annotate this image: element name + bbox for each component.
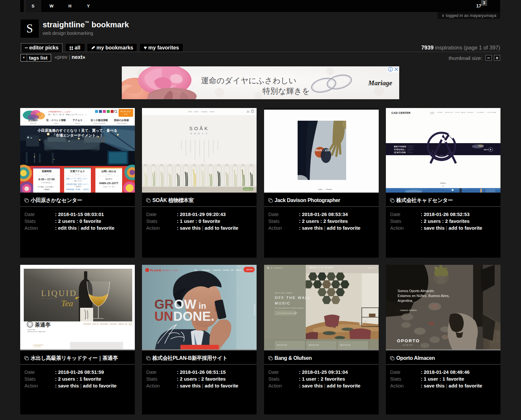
svg-text:Interview: Interview bbox=[213, 269, 221, 271]
svg-text:—: — bbox=[323, 188, 324, 190]
svg-text:Somos Oporto Almacén.: Somos Oporto Almacén. bbox=[398, 289, 435, 293]
svg-text:入場無料: 入場無料 bbox=[43, 188, 50, 191]
svg-text:電話番号: 電話番号 bbox=[105, 178, 113, 180]
svg-text:MENU: MENU bbox=[368, 267, 373, 269]
svg-text:MUSIC: MUSIC bbox=[275, 301, 290, 305]
svg-text:9:30～17:00: 9:30～17:00 bbox=[38, 178, 55, 181]
svg-text:西湘バイパス「早川インター」: 西湘バイパス「早川インター」 bbox=[66, 178, 89, 180]
svg-text:category: category bbox=[201, 111, 208, 113]
svg-text:CAD CENTER: CAD CENTER bbox=[391, 111, 411, 115]
svg-text:ABOUT US ↗: ABOUT US ↗ bbox=[119, 323, 129, 325]
svg-text:Shop Info: Shop Info bbox=[30, 123, 36, 124]
svg-text:home: home bbox=[188, 111, 192, 113]
svg-text:小田原漁港のすぐとなり！見て、買って、食べる: 小田原漁港のすぐとなり！見て、買って、食べる bbox=[37, 129, 118, 133]
svg-text:近くの観光情報: 近くの観光情報 bbox=[91, 119, 108, 122]
svg-text:Open: Open bbox=[45, 173, 48, 175]
svg-text:LIQUID TEA: LIQUID TEA bbox=[27, 329, 35, 331]
svg-text:CONOCÉ OPORTO: CONOCÉ OPORTO bbox=[400, 309, 417, 311]
svg-text:小田原厚木道路「荻窪インター」: 小田原厚木道路「荻窪インター」 bbox=[65, 183, 89, 185]
svg-text:WORKS: WORKS bbox=[437, 112, 443, 113]
svg-text:OFF THE WALL: OFF THE WALL bbox=[275, 296, 311, 300]
svg-text:Estamos en Núñez, Buenos Aires: Estamos en Núñez, Buenos Aires, bbox=[398, 294, 449, 298]
svg-text:リキッドティー: リキッドティー bbox=[41, 298, 56, 299]
svg-text:Link sound. Enjoy silence. Cel: Link sound. Enjoy silence. Celebrate ori… bbox=[275, 307, 303, 309]
svg-text:i: i bbox=[390, 68, 391, 71]
svg-text:JR東海道線「早川駅」→ 徒歩5分: JR東海道線「早川駅」→ 徒歩5分 bbox=[66, 188, 89, 191]
svg-text:お問い合わせ: お問い合わせ bbox=[101, 170, 116, 173]
svg-text:CONCEPT: CONCEPT bbox=[83, 323, 91, 325]
svg-text:contact: contact bbox=[209, 111, 215, 113]
svg-text:→ 約15分: → 約15分 bbox=[74, 185, 81, 187]
svg-text:LIQUID: LIQUID bbox=[41, 289, 77, 298]
svg-text:✉ CONTACT: ✉ CONTACT bbox=[476, 112, 485, 113]
svg-text:宅・イベント情報: 宅・イベント情報 bbox=[46, 119, 66, 122]
svg-text:SOÅK: SOÅK bbox=[189, 126, 209, 131]
svg-text:→ 降りてすぐ: → 降りてすぐ bbox=[72, 180, 83, 182]
svg-text:CONCEPT: CONCEPT bbox=[33, 344, 43, 346]
svg-text:営業時間: 営業時間 bbox=[42, 170, 52, 173]
svg-text:（一部店舗を除く）: （一部店舗を除く） bbox=[40, 182, 53, 184]
svg-text:SCROLL: SCROLL bbox=[440, 183, 446, 184]
svg-text:IZATION: IZATION bbox=[394, 151, 406, 154]
svg-text:(9:30～17：00): (9:30～17：00) bbox=[103, 186, 115, 188]
svg-text:団体のお客様: 団体のお客様 bbox=[114, 119, 129, 122]
svg-text:Contact: Contact bbox=[124, 114, 128, 115]
svg-text:Visitor Groups: Visitor Groups bbox=[117, 123, 126, 124]
svg-text:PLAN-B Recruit: PLAN-B Recruit bbox=[254, 304, 256, 316]
svg-text:Top: Top bbox=[194, 269, 197, 271]
svg-text:PARTNER: PARTNER bbox=[100, 323, 108, 325]
svg-text:Thumbs: Thumbs bbox=[326, 188, 332, 190]
svg-text:BEYOND: BEYOND bbox=[394, 145, 406, 148]
svg-text:|: | bbox=[113, 110, 113, 113]
svg-text:Contact: Contact bbox=[106, 173, 111, 175]
svg-text:茶通亭: 茶通亭 bbox=[35, 322, 50, 328]
svg-text:PRODUCED BY CHATSUTEI: PRODUCED BY CHATSUTEI bbox=[27, 331, 45, 332]
svg-text:年中無休（元旦を除く）: 年中無休（元旦を除く） bbox=[37, 186, 55, 188]
svg-text:BANG & OLUFSEN: BANG & OLUFSEN bbox=[309, 266, 333, 269]
svg-text:›: › bbox=[253, 269, 253, 271]
svg-text:HOME: HOME bbox=[430, 112, 434, 113]
svg-text:☰: ☰ bbox=[271, 267, 273, 269]
svg-text:ƒ FOLLOW ME: ƒ FOLLOW ME bbox=[487, 112, 496, 113]
svg-text:Message: Message bbox=[202, 269, 210, 271]
svg-text:OPORTO: OPORTO bbox=[397, 338, 420, 343]
svg-text:Tourist Information: Tourist Information bbox=[93, 123, 106, 124]
svg-text:新卒採用サイト 2019: 新卒採用サイト 2019 bbox=[162, 269, 178, 272]
svg-text:ABOUT: ABOUT bbox=[461, 112, 466, 113]
svg-text:UNDONE.: UNDONE. bbox=[154, 309, 214, 323]
svg-text:0465-23-1077: 0465-23-1077 bbox=[99, 181, 118, 185]
svg-text:Culture: Culture bbox=[223, 269, 229, 271]
svg-text:News: News bbox=[54, 123, 58, 124]
svg-text:LINE UP: LINE UP bbox=[92, 323, 99, 325]
svg-text:- ALMACÉN -: - ALMACÉN - bbox=[401, 344, 415, 346]
svg-text:about: about bbox=[194, 111, 199, 113]
svg-text:·: · bbox=[474, 112, 475, 113]
svg-text:Index: Index bbox=[318, 188, 322, 190]
svg-text:Access: Access bbox=[75, 123, 80, 124]
svg-text:PRODUCTS: PRODUCTS bbox=[445, 112, 453, 113]
svg-text:BEOPLAY A9: BEOPLAY A9 bbox=[277, 344, 287, 346]
svg-text:交通アクセス: 交通アクセス bbox=[70, 170, 85, 173]
svg-text:Access: Access bbox=[76, 173, 80, 175]
svg-text:小田原漁港直売がここにある！: 小田原漁港直売がここにある！ bbox=[48, 111, 72, 113]
svg-text:「市場エンターテイメント」！: 「市場エンターテイメント」！ bbox=[52, 133, 103, 137]
svg-text:お店紹介: お店紹介 bbox=[28, 119, 38, 122]
svg-text:↓: ↓ bbox=[398, 310, 398, 311]
svg-text:Tea: Tea bbox=[61, 299, 73, 308]
svg-text:特別な輝きを: 特別な輝きを bbox=[262, 87, 310, 95]
svg-text:TOPICS: TOPICS bbox=[455, 112, 460, 113]
svg-text:Career: Career bbox=[236, 269, 242, 271]
svg-text:BEOPLAY M5: BEOPLAY M5 bbox=[309, 344, 319, 346]
svg-text:BEOSOUND SHAPE: BEOSOUND SHAPE bbox=[275, 292, 293, 294]
svg-text:Work - 1/35: Work - 1/35 bbox=[315, 149, 330, 152]
svg-text:植 物 標 本 室: 植 物 標 本 室 bbox=[190, 132, 208, 135]
svg-text:PLAN-B: PLAN-B bbox=[150, 269, 161, 272]
svg-text:見て、買って、食べる「市場エンターテイメント」！: 見て、買って、食べる「市場エンターテイメント」！ bbox=[48, 114, 87, 116]
svg-text:運命のダイヤにふさわしい: 運命のダイヤにふさわしい bbox=[201, 76, 297, 85]
svg-text:PRODUCTS: PRODUCTS bbox=[274, 267, 283, 269]
svg-text:Job: Job bbox=[231, 269, 234, 271]
svg-text:☰: ☰ bbox=[374, 267, 375, 269]
svg-text:ABOUT: ABOUT bbox=[484, 149, 489, 151]
svg-text:BEOPLAY M3: BEOPLAY M3 bbox=[340, 344, 350, 346]
svg-text:▼: ▼ bbox=[443, 185, 444, 187]
